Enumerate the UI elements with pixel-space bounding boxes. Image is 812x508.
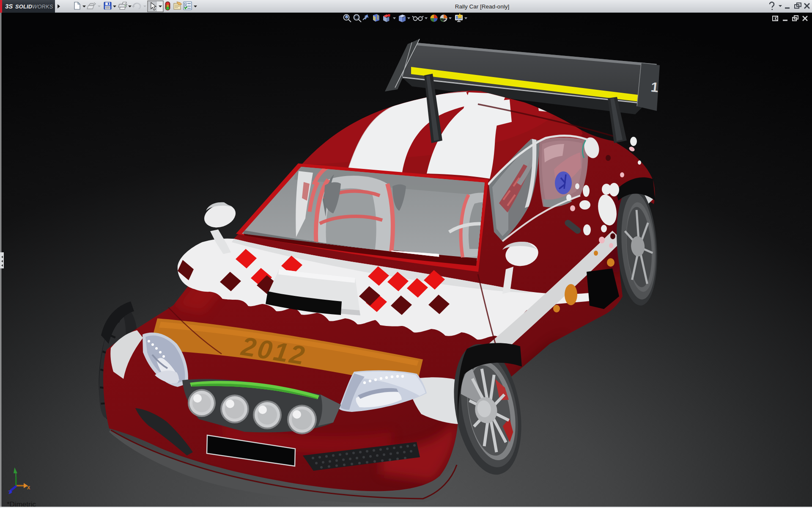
- svg-text:X: X: [27, 485, 30, 490]
- svg-text:3S: 3S: [5, 3, 13, 10]
- svg-text:1: 1: [650, 79, 659, 95]
- svg-text:SOLIDWORKS: SOLIDWORKS: [15, 3, 53, 10]
- svg-text:Rally Car [Read-only]: Rally Car [Read-only]: [455, 3, 509, 10]
